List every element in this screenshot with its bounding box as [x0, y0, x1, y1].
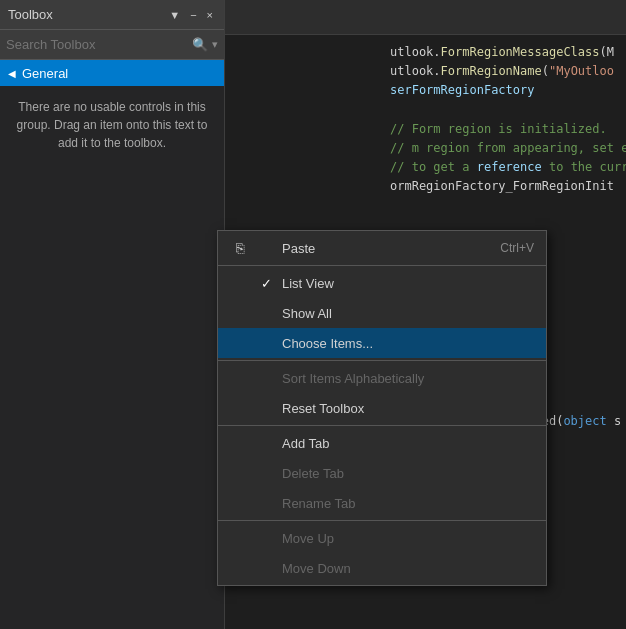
- code-line-7: // to get a reference to the curre: [390, 158, 616, 177]
- toolbox-pin-icon[interactable]: ▼: [166, 8, 183, 22]
- menu-separator-1: [218, 265, 546, 266]
- group-label: General: [22, 66, 68, 81]
- search-icon: 🔍: [192, 37, 208, 52]
- menu-item-sort-alphabetically: Sort Items Alphabetically: [218, 363, 546, 393]
- menu-item-move-up: Move Up: [218, 523, 546, 553]
- menu-item-reset-toolbox[interactable]: Reset Toolbox: [218, 393, 546, 423]
- show-all-icon: [230, 305, 250, 321]
- code-line-6: // m region from appearing, set e.: [390, 139, 616, 158]
- menu-separator-4: [218, 520, 546, 521]
- group-arrow-icon: ◀: [8, 68, 16, 79]
- menu-item-paste[interactable]: ⎘ Paste Ctrl+V: [218, 233, 546, 263]
- menu-separator-3: [218, 425, 546, 426]
- delete-tab-icon: [230, 465, 250, 481]
- sort-icon: [230, 370, 250, 386]
- paste-shortcut: Ctrl+V: [500, 241, 534, 255]
- search-options-icon[interactable]: ▾: [212, 38, 218, 51]
- toolbox-header: Toolbox ▼ − ×: [0, 0, 224, 30]
- menu-item-show-all[interactable]: Show All: [218, 298, 546, 328]
- menu-item-add-tab[interactable]: Add Tab: [218, 428, 546, 458]
- menu-separator-2: [218, 360, 546, 361]
- menu-item-list-view[interactable]: ✓ List View: [218, 268, 546, 298]
- code-line-2: utlook.FormRegionName("MyOutloo: [390, 62, 616, 81]
- code-line-5: // Form region is initialized.: [390, 120, 616, 139]
- add-tab-label: Add Tab: [282, 436, 534, 451]
- reset-toolbox-label: Reset Toolbox: [282, 401, 534, 416]
- toolbox-empty-message: There are no usable controls in this gro…: [0, 86, 224, 629]
- rename-tab-icon: [230, 495, 250, 511]
- list-view-icon: [230, 275, 250, 291]
- code-line-1: utlook.FormRegionMessageClass(M: [390, 43, 616, 62]
- sort-alphabetically-label: Sort Items Alphabetically: [282, 371, 534, 386]
- paste-label: Paste: [282, 241, 492, 256]
- move-up-label: Move Up: [282, 531, 534, 546]
- code-line-4: [390, 101, 616, 120]
- toolbox-close-icon[interactable]: ×: [204, 8, 216, 22]
- choose-items-icon: [230, 335, 250, 351]
- menu-item-delete-tab: Delete Tab: [218, 458, 546, 488]
- menu-item-rename-tab: Rename Tab: [218, 488, 546, 518]
- move-down-label: Move Down: [282, 561, 534, 576]
- code-line-8: ormRegionFactory_FormRegionInit: [390, 177, 616, 196]
- toolbox-panel: Toolbox ▼ − × 🔍 ▾ ◀ General There are no…: [0, 0, 225, 629]
- choose-items-label: Choose Items...: [282, 336, 534, 351]
- toolbox-minimize-icon[interactable]: −: [187, 8, 199, 22]
- delete-tab-label: Delete Tab: [282, 466, 534, 481]
- code-line-3: serFormRegionFactory: [390, 81, 616, 100]
- toolbox-header-icons: ▼ − ×: [166, 8, 216, 22]
- toolbox-title: Toolbox: [8, 7, 53, 22]
- rename-tab-label: Rename Tab: [282, 496, 534, 511]
- menu-item-choose-items[interactable]: Choose Items...: [218, 328, 546, 358]
- toolbox-search-bar: 🔍 ▾: [0, 30, 224, 60]
- move-up-icon: [230, 530, 250, 546]
- paste-icon: ⎘: [230, 240, 250, 256]
- toolbox-group-header[interactable]: ◀ General: [0, 60, 224, 86]
- add-tab-icon: [230, 435, 250, 451]
- context-menu: ⎘ Paste Ctrl+V ✓ List View Show All Choo…: [217, 230, 547, 586]
- search-input[interactable]: [6, 37, 188, 52]
- reset-icon: [230, 400, 250, 416]
- menu-item-move-down: Move Down: [218, 553, 546, 583]
- move-down-icon: [230, 560, 250, 576]
- show-all-label: Show All: [282, 306, 534, 321]
- list-view-label: List View: [282, 276, 534, 291]
- code-line-9: [390, 197, 616, 216]
